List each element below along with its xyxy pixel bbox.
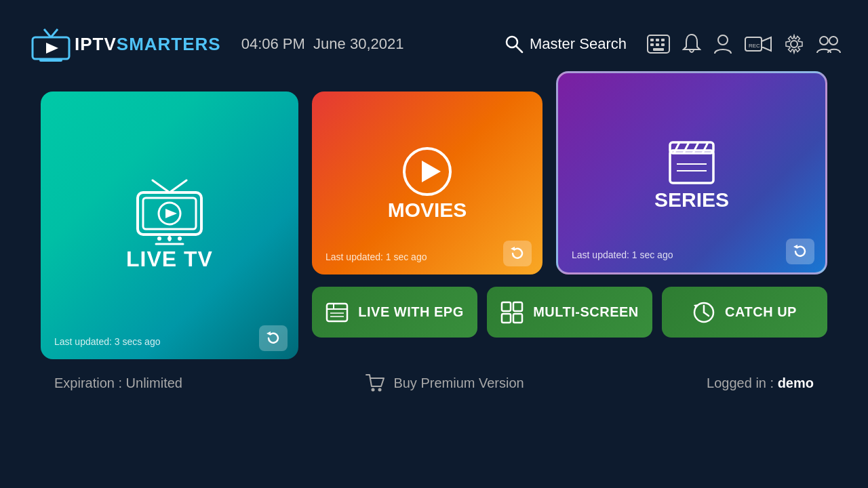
- svg-rect-12: [656, 43, 659, 46]
- svg-rect-54: [513, 314, 522, 323]
- username-label: demo: [778, 375, 814, 390]
- logged-in-text: Logged in : demo: [707, 375, 814, 391]
- svg-rect-3: [39, 59, 62, 62]
- svg-rect-11: [650, 43, 654, 46]
- series-title: SERIES: [654, 188, 729, 211]
- svg-rect-10: [661, 39, 665, 41]
- svg-line-23: [170, 180, 186, 192]
- svg-line-1: [44, 29, 51, 37]
- multi-screen-label: MULTI-SCREEN: [533, 304, 639, 320]
- live-tv-icon: [132, 179, 207, 247]
- svg-line-22: [153, 180, 170, 192]
- svg-marker-33: [267, 331, 271, 336]
- search-label: Master Search: [530, 35, 627, 53]
- svg-marker-36: [511, 247, 515, 251]
- movies-title: MOVIES: [388, 199, 467, 222]
- svg-rect-53: [502, 314, 511, 323]
- live-tv-refresh-button[interactable]: [259, 325, 288, 351]
- svg-point-15: [718, 35, 728, 45]
- switch-user-icon[interactable]: [816, 34, 841, 54]
- series-icon: [665, 134, 719, 188]
- multi-screen-icon: [500, 301, 524, 324]
- series-card[interactable]: SERIES Last updated: 1 sec ago: [556, 71, 827, 274]
- right-column: MOVIES Last updated: 1 sec ago: [312, 92, 827, 338]
- search-area[interactable]: Master Search: [504, 34, 627, 54]
- svg-rect-8: [650, 39, 654, 41]
- movies-icon: [400, 144, 454, 199]
- refresh-icon: [793, 244, 808, 259]
- movies-last-updated: Last updated: 1 sec ago: [326, 251, 427, 262]
- live-tv-last-updated: Last updated: 3 secs ago: [54, 336, 160, 347]
- user-icon[interactable]: [713, 33, 732, 55]
- catch-up-button[interactable]: CATCH UP: [662, 287, 827, 338]
- cart-icon: [365, 373, 385, 393]
- header-icons: REC: [647, 33, 841, 55]
- svg-rect-51: [502, 302, 511, 311]
- live-tv-title: LIVE TV: [126, 247, 213, 272]
- datetime: 04:06 PM June 30,2021: [241, 35, 404, 53]
- rec-icon[interactable]: REC: [745, 35, 772, 54]
- svg-rect-46: [327, 304, 347, 321]
- svg-point-19: [791, 41, 797, 47]
- svg-line-57: [704, 312, 709, 316]
- buy-premium-label: Buy Premium Version: [393, 375, 524, 391]
- svg-point-30: [178, 237, 182, 241]
- svg-marker-35: [422, 161, 441, 182]
- svg-rect-14: [653, 48, 664, 51]
- live-tv-card[interactable]: LIVE TV Last updated: 3 secs ago: [41, 92, 298, 359]
- buy-premium-button[interactable]: Buy Premium Version: [365, 373, 524, 393]
- movies-card[interactable]: MOVIES Last updated: 1 sec ago: [312, 92, 542, 274]
- keyboard-icon[interactable]: [647, 35, 670, 54]
- main-content: LIVE TV Last updated: 3 secs ago MOVIES: [0, 88, 868, 359]
- svg-line-6: [516, 46, 522, 52]
- logo: IPTVSMARTERS: [27, 24, 221, 64]
- svg-marker-27: [165, 209, 177, 218]
- expiry-text: Expiration : Unlimited: [54, 375, 182, 391]
- multi-screen-button[interactable]: MULTI-SCREEN: [487, 287, 652, 338]
- logo-icon: [27, 24, 75, 64]
- svg-rect-9: [656, 39, 659, 41]
- series-refresh-button[interactable]: [786, 239, 814, 264]
- refresh-icon: [266, 331, 281, 346]
- svg-marker-45: [793, 245, 797, 249]
- svg-point-28: [157, 237, 161, 241]
- logo-text: IPTVSMARTERS: [75, 34, 221, 55]
- bell-icon[interactable]: [682, 33, 701, 55]
- epg-icon: [326, 301, 349, 324]
- catch-up-label: CATCH UP: [725, 304, 797, 320]
- svg-rect-52: [513, 302, 522, 311]
- live-epg-button[interactable]: LIVE WITH EPG: [312, 287, 477, 338]
- svg-rect-37: [670, 150, 713, 183]
- catchup-icon: [692, 301, 715, 324]
- svg-rect-13: [661, 43, 665, 46]
- bottom-buttons-row: LIVE WITH EPG MULTI-SCREEN: [312, 287, 827, 338]
- svg-marker-17: [762, 37, 771, 51]
- svg-text:REC: REC: [749, 43, 760, 49]
- movies-refresh-button[interactable]: [503, 241, 532, 266]
- svg-marker-4: [46, 43, 58, 54]
- settings-icon[interactable]: [784, 34, 804, 54]
- footer: Expiration : Unlimited Buy Premium Versi…: [0, 365, 868, 393]
- top-right-row: MOVIES Last updated: 1 sec ago: [312, 92, 827, 274]
- refresh-icon: [510, 246, 525, 261]
- svg-point-58: [372, 388, 375, 392]
- svg-line-2: [51, 29, 58, 37]
- svg-point-20: [820, 37, 828, 45]
- search-icon: [504, 34, 524, 54]
- svg-point-21: [829, 37, 837, 45]
- series-last-updated: Last updated: 1 sec ago: [572, 249, 673, 260]
- live-epg-label: LIVE WITH EPG: [358, 304, 463, 320]
- cards-row: LIVE TV Last updated: 3 secs ago MOVIES: [41, 92, 827, 359]
- svg-point-59: [378, 388, 382, 392]
